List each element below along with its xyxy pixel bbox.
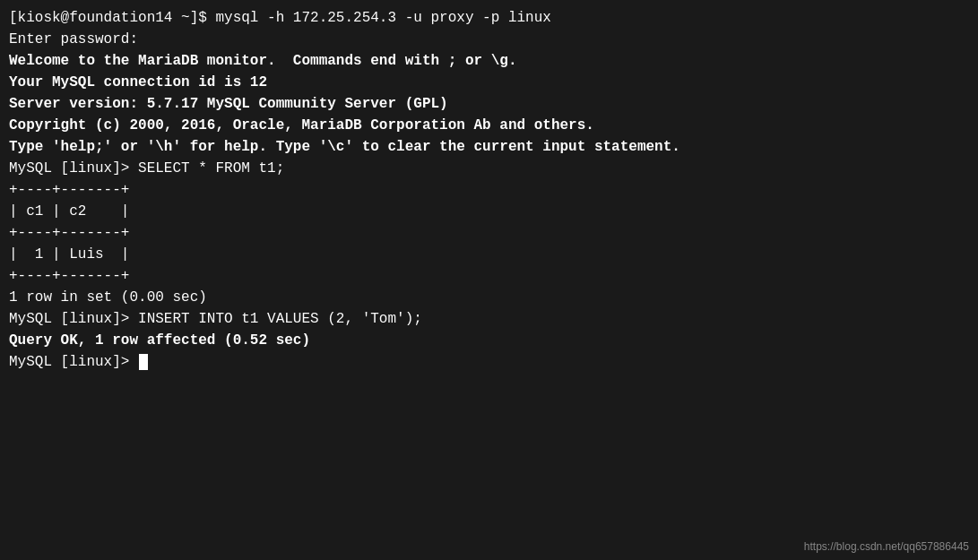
terminal-line: MySQL [linux]> INSERT INTO t1 VALUES (2,… [9,308,969,330]
terminal-line: +----+-------+ [9,179,969,201]
terminal-line: [kiosk@foundation14 ~]$ mysql -h 172.25.… [9,7,969,29]
terminal-output: [kiosk@foundation14 ~]$ mysql -h 172.25.… [9,7,969,373]
watermark: https://blog.csdn.net/qq657886445 [804,540,969,553]
terminal-line: +----+-------+ [9,265,969,287]
terminal-line: Your MySQL connection id is 12 [9,72,969,93]
terminal-line: +----+-------+ [9,222,969,244]
terminal-line: Welcome to the MariaDB monitor. Commands… [9,50,969,72]
terminal-line: Server version: 5.7.17 MySQL Community S… [9,93,969,115]
terminal-line: MySQL [linux]> [9,351,969,373]
terminal-line: MySQL [linux]> SELECT * FROM t1; [9,158,969,179]
terminal-line: Query OK, 1 row affected (0.52 sec) [9,330,969,351]
terminal-line: | c1 | c2 | [9,201,969,222]
terminal-line: Copyright (c) 2000, 2016, Oracle, MariaD… [9,115,969,136]
terminal-line: Enter password: [9,29,969,50]
terminal-window[interactable]: [kiosk@foundation14 ~]$ mysql -h 172.25.… [0,0,978,560]
terminal-line: | 1 | Luis | [9,244,969,265]
terminal-line: Type 'help;' or '\h' for help. Type '\c'… [9,136,969,158]
terminal-cursor [139,354,148,370]
terminal-line: 1 row in set (0.00 sec) [9,287,969,308]
